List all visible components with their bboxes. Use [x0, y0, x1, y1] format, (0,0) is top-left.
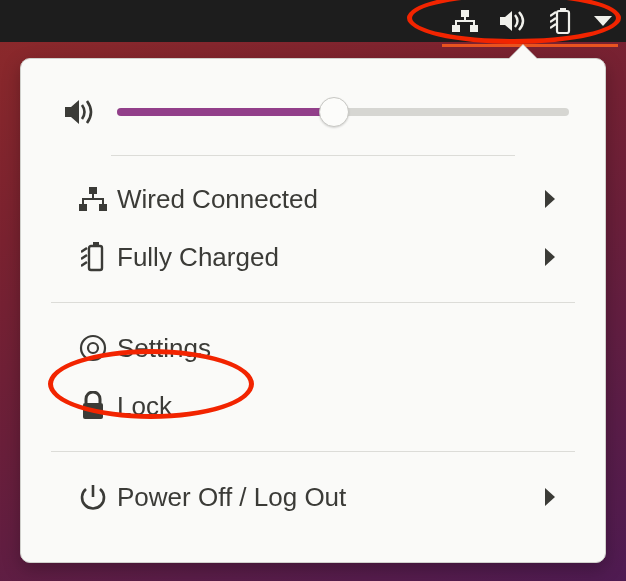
volume-row [51, 99, 575, 155]
separator [51, 302, 575, 303]
chevron-right-icon [545, 488, 569, 506]
chevron-right-icon [545, 190, 569, 208]
gear-icon [69, 333, 117, 363]
separator [111, 155, 515, 156]
menu-item-lock[interactable]: Lock [51, 377, 575, 435]
chevron-down-icon[interactable] [594, 16, 612, 26]
svg-rect-7 [557, 11, 569, 33]
network-wired-icon [69, 187, 117, 211]
volume-slider-fill [117, 108, 334, 116]
menu-item-battery[interactable]: Fully Charged [51, 228, 575, 286]
volume-slider-thumb[interactable] [319, 97, 349, 127]
svg-rect-4 [455, 20, 475, 22]
volume-icon [65, 99, 95, 125]
volume-icon[interactable] [500, 10, 528, 32]
topbar [0, 0, 626, 42]
svg-rect-9 [89, 187, 97, 194]
svg-rect-16 [89, 246, 102, 270]
separator [51, 451, 575, 452]
menu-item-label: Lock [117, 391, 545, 422]
svg-rect-14 [82, 200, 84, 204]
menu-item-label: Fully Charged [117, 242, 545, 273]
svg-rect-13 [82, 198, 104, 200]
network-wired-icon[interactable] [452, 10, 478, 32]
svg-rect-8 [560, 8, 566, 11]
volume-slider[interactable] [117, 108, 569, 116]
power-icon [69, 483, 117, 511]
svg-rect-6 [473, 22, 475, 25]
battery-charging-icon [69, 242, 117, 272]
svg-rect-10 [79, 204, 87, 211]
svg-rect-1 [452, 25, 460, 32]
menu-item-settings[interactable]: Settings [51, 319, 575, 377]
menu-item-power[interactable]: Power Off / Log Out [51, 468, 575, 526]
menu-item-label: Power Off / Log Out [117, 482, 545, 513]
svg-rect-17 [93, 242, 99, 246]
battery-charging-icon[interactable] [550, 8, 572, 34]
svg-rect-5 [455, 22, 457, 25]
svg-rect-11 [99, 204, 107, 211]
svg-rect-2 [470, 25, 478, 32]
menu-item-label: Wired Connected [117, 184, 545, 215]
svg-point-18 [81, 336, 105, 360]
menu-item-network[interactable]: Wired Connected [51, 170, 575, 228]
svg-rect-15 [102, 200, 104, 204]
chevron-right-icon [545, 248, 569, 266]
svg-rect-20 [83, 403, 103, 419]
svg-rect-0 [461, 10, 469, 17]
lock-icon [69, 391, 117, 421]
svg-point-19 [88, 343, 98, 353]
menu-item-label: Settings [117, 333, 545, 364]
system-menu-popover: Wired Connected Fully Charged Settings [20, 58, 606, 563]
system-tray[interactable] [452, 8, 612, 34]
